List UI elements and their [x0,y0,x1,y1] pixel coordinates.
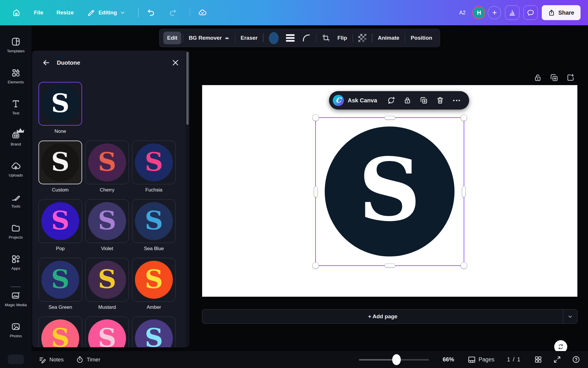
sidebar-item-templates[interactable]: Templates [0,37,32,68]
panel-scrollbar[interactable] [185,51,189,347]
lock-button[interactable] [402,95,413,106]
duotone-filter-tile[interactable]: S [85,258,129,302]
logo-circle-element[interactable]: S [325,126,454,256]
sidebar-item-label: Tools [11,204,20,208]
duotone-filter-tile[interactable]: S [38,317,82,347]
zoom-slider-thumb[interactable] [392,354,401,365]
help-button[interactable] [571,354,581,365]
filter-preview-circle: S [41,319,79,347]
duotone-filter: S [85,317,129,347]
transparency-button[interactable] [355,32,370,44]
sidebar-item-elements[interactable]: Elements [0,68,32,99]
add-page-dropdown-button[interactable] [563,310,577,323]
sidebar-item-projects[interactable]: Projects [0,223,32,254]
resize-handle-top-left[interactable] [312,114,319,121]
pages-button[interactable]: Pages [467,355,494,364]
avatar[interactable]: H [472,6,486,19]
duplicate-button[interactable] [419,95,429,106]
zoom-slider[interactable] [359,354,429,365]
resize-handle-right[interactable] [462,186,466,197]
resize-handle-bottom-right[interactable] [461,262,467,269]
filter-preview-letter: S [145,267,163,292]
resize-handle-bottom[interactable] [384,264,395,267]
sidebar-item-magic-media[interactable]: Magic Media [0,291,32,322]
add-page-icon-button[interactable] [566,73,575,83]
delete-button[interactable] [435,95,445,106]
bg-remover-button[interactable]: BG Remover [185,32,233,44]
sidebar-item-apps[interactable]: Apps [0,254,32,285]
sidebar-item-text[interactable]: Text [0,99,32,130]
duotone-filter-tile[interactable]: S [38,199,82,243]
duotone-filter-tile[interactable]: S [38,141,82,184]
duotone-filter-tile[interactable]: S [132,317,176,347]
duotone-filter-tile[interactable]: S [38,82,82,126]
duotone-filter-tile[interactable]: S [132,141,176,184]
animate-button[interactable]: Animate [374,32,403,44]
add-member-button[interactable]: + [488,6,501,19]
insights-button[interactable] [505,5,519,20]
animate-label: Animate [378,35,399,41]
back-button[interactable] [41,57,52,68]
filter-name: Amber [132,304,176,311]
home-button[interactable] [10,5,23,20]
redo-button[interactable] [166,5,179,20]
stroke-weight-button[interactable] [282,32,298,44]
close-panel-button[interactable] [170,57,181,68]
divider [235,34,235,42]
unlock-page-button[interactable] [533,73,543,83]
curve-button[interactable] [298,32,314,44]
grid-view-button[interactable] [533,354,543,365]
add-page-button[interactable]: + Add page [202,310,563,323]
sidebar-item-label: Templates [7,49,25,53]
file-menu[interactable]: File [32,7,46,19]
duotone-filter-tile[interactable]: S [85,199,129,243]
sidebar-item-brand[interactable]: Brand [0,130,32,161]
share-upload-icon [548,9,555,16]
crop-button[interactable] [318,32,334,44]
share-button[interactable]: Share [542,5,581,20]
notes-button[interactable]: Notes [38,356,64,364]
ask-canva-button[interactable]: C [333,95,344,106]
sidebar-divider [11,286,21,287]
color-swatch-button[interactable] [265,32,282,44]
duotone-filter-tile[interactable]: S [85,317,129,347]
resize-handle-top[interactable] [384,116,395,120]
duotone-filter-tile[interactable]: S [38,258,82,302]
edit-tab[interactable]: Edit [163,32,181,44]
resize-menu[interactable]: Resize [54,7,76,19]
timer-button[interactable]: Timer [76,356,100,364]
undo-button[interactable] [144,5,158,20]
close-icon [171,59,179,67]
duotone-filter-tile[interactable]: S [132,258,176,302]
edit-tab-label: Edit [167,35,177,41]
duotone-filter-tile[interactable]: S [132,199,176,243]
sidebar-item-photos[interactable]: Photos [0,322,32,353]
sidebar-item-label: Brand [11,142,21,146]
filter-name: Sea Green [38,304,82,311]
editing-mode-dropdown[interactable]: Editing [85,5,128,20]
eraser-button[interactable]: Eraser [237,32,261,44]
sidebar-item-uploads[interactable]: Uploads [0,161,32,192]
canva-logo-icon: C [333,95,344,106]
sidebar-item-label: Photos [10,334,22,338]
comments-button[interactable] [523,5,538,20]
comment-add-button[interactable] [386,95,396,106]
cloud-save-status[interactable] [196,5,209,20]
sidebar-item-tools[interactable]: Tools [0,192,32,223]
projects-icon [11,223,21,233]
scrollbar-thumb[interactable] [186,52,189,125]
resize-handle-top-right[interactable] [461,114,467,121]
eraser-label: Eraser [241,35,258,41]
stroke-weight-icon [286,34,295,42]
duotone-filter: S Mustard [85,258,129,311]
fullscreen-button[interactable] [552,354,562,365]
duplicate-page-button[interactable] [549,73,559,83]
position-button[interactable]: Position [407,32,436,44]
duotone-panel: Duotone S None S Custom [32,51,189,347]
resize-handle-left[interactable] [314,186,318,197]
filter-name: Pop [38,246,82,252]
duotone-filter-tile[interactable]: S [85,141,129,184]
more-options-button[interactable] [451,95,462,106]
flip-button[interactable]: Flip [334,32,351,44]
resize-handle-bottom-left[interactable] [312,262,319,269]
